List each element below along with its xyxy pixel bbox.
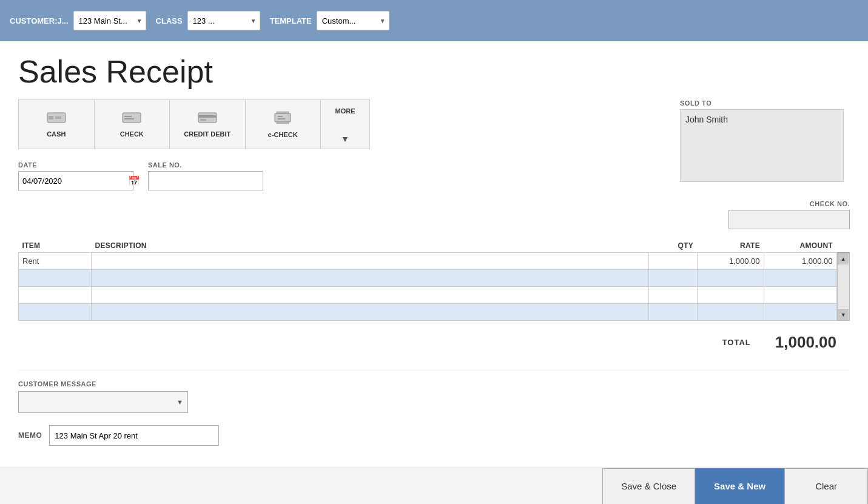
date-input-wrap[interactable]: 📅 [18, 171, 133, 190]
save-close-button[interactable]: Save & Close [602, 468, 695, 505]
form-left: CASH CHECK [18, 99, 662, 200]
save-new-button[interactable]: Save & New [695, 468, 784, 505]
sale-no-label: SALE NO. [148, 161, 263, 169]
divider [18, 370, 850, 371]
svg-rect-8 [200, 119, 206, 121]
cell-description[interactable] [92, 287, 649, 304]
payment-cash[interactable]: CASH [19, 100, 95, 149]
scroll-cell: ▲ ▼ [836, 253, 850, 321]
date-label: DATE [18, 161, 133, 169]
cell-item[interactable] [19, 287, 92, 304]
table-row [19, 304, 850, 321]
col-header-description: DESCRIPTION [92, 239, 649, 253]
clear-button[interactable]: Clear [784, 468, 868, 505]
cell-rate[interactable] [697, 287, 764, 304]
echeck-label: e-CHECK [268, 131, 298, 138]
items-table: ITEM DESCRIPTION QTY RATE AMOUNT Rent1,0… [18, 239, 850, 321]
col-header-item: ITEM [19, 239, 92, 253]
template-label: TEMPLATE [270, 16, 312, 25]
customer-label: CUSTOMER:J... [10, 16, 69, 25]
class-dropdown-wrap[interactable]: 123 ... ▼ [187, 11, 260, 30]
sold-to-label: SOLD TO [680, 99, 850, 107]
page-title: Sales Receipt [18, 53, 850, 90]
template-dropdown-wrap[interactable]: Custom... ▼ [317, 11, 389, 30]
cell-description[interactable] [92, 304, 649, 321]
svg-rect-2 [55, 116, 61, 119]
cell-item[interactable] [19, 304, 92, 321]
col-scroll-header [836, 239, 850, 253]
cell-description[interactable] [92, 270, 649, 287]
sale-no-group: SALE NO. [148, 161, 263, 190]
cell-rate[interactable] [697, 304, 764, 321]
credit-debit-icon [198, 112, 217, 127]
customer-dropdown-wrap[interactable]: 123 Main St... ▼ [73, 11, 146, 30]
date-group: DATE 📅 [18, 161, 133, 190]
cell-amount[interactable] [764, 304, 836, 321]
total-amount: 1,000.00 [775, 333, 836, 352]
top-bar: CUSTOMER:J... 123 Main St... ▼ CLASS 123… [0, 0, 868, 41]
svg-rect-11 [277, 122, 289, 124]
main-content: Sales Receipt CASH [0, 41, 868, 470]
template-group: TEMPLATE Custom... ▼ [270, 11, 389, 30]
payment-more[interactable]: MORE ▼ [321, 100, 369, 149]
svg-rect-7 [198, 115, 217, 118]
check-no-section: CHECK NO. [18, 200, 850, 229]
memo-section: MEMO [18, 425, 850, 446]
customer-select[interactable]: 123 Main St... [73, 11, 146, 30]
class-group: CLASS 123 ... ▼ [156, 11, 260, 30]
table-row [19, 270, 850, 287]
customer-message-label: CUSTOMER MESSAGE [18, 380, 850, 388]
cash-icon [47, 112, 66, 127]
cell-qty[interactable] [648, 304, 697, 321]
sale-no-input[interactable] [148, 171, 263, 190]
scroll-up-arrow[interactable]: ▲ [838, 254, 849, 264]
customer-message-select[interactable] [18, 391, 188, 413]
scroll-down-arrow[interactable]: ▼ [838, 309, 849, 320]
check-icon [122, 112, 141, 127]
cell-amount[interactable]: 1,000.00 [764, 253, 836, 270]
sold-to-box: John Smith [680, 109, 844, 182]
customer-group: CUSTOMER:J... 123 Main St... ▼ [10, 11, 146, 30]
cell-item[interactable]: Rent [19, 253, 92, 270]
class-select[interactable]: 123 ... [187, 11, 260, 30]
payment-methods: CASH CHECK [18, 99, 370, 149]
check-no-input[interactable] [728, 210, 850, 229]
date-section: DATE 📅 SALE NO. [18, 161, 662, 190]
cell-item[interactable] [19, 270, 92, 287]
memo-label: MEMO [18, 431, 42, 440]
total-label: TOTAL [722, 338, 751, 347]
memo-input[interactable] [49, 425, 219, 446]
cell-qty[interactable] [648, 287, 697, 304]
svg-rect-9 [275, 113, 291, 122]
echeck-icon [274, 111, 291, 127]
payment-check[interactable]: CHECK [95, 100, 170, 149]
svg-rect-3 [123, 113, 141, 123]
date-input[interactable] [22, 176, 124, 186]
check-no-label: CHECK NO. [810, 200, 850, 207]
cash-label: CASH [47, 130, 66, 138]
table-row [19, 287, 850, 304]
table-row: Rent1,000.001,000.00 ▲ ▼ [19, 253, 850, 270]
customer-message-dropdown-wrap[interactable]: ▼ [18, 391, 188, 413]
total-section: TOTAL 1,000.00 [18, 333, 850, 352]
more-arrow-icon: ▼ [341, 134, 349, 144]
payment-echeck[interactable]: e-CHECK [246, 100, 321, 149]
credit-debit-label: CREDIT DEBIT [184, 130, 230, 138]
cell-qty[interactable] [648, 253, 697, 270]
check-label: CHECK [120, 130, 144, 138]
cell-rate[interactable]: 1,000.00 [697, 253, 764, 270]
cell-description[interactable] [92, 253, 649, 270]
class-label: CLASS [156, 16, 183, 25]
cell-amount[interactable] [764, 270, 836, 287]
cell-qty[interactable] [648, 270, 697, 287]
col-header-qty: QTY [648, 239, 697, 253]
col-header-rate: RATE [697, 239, 764, 253]
calendar-icon[interactable]: 📅 [128, 175, 140, 187]
cell-amount[interactable] [764, 287, 836, 304]
svg-rect-1 [49, 116, 53, 119]
template-select[interactable]: Custom... [317, 11, 389, 30]
cell-rate[interactable] [697, 270, 764, 287]
form-right: SOLD TO John Smith [680, 99, 850, 182]
svg-rect-10 [277, 112, 289, 113]
payment-credit-debit[interactable]: CREDIT DEBIT [170, 100, 246, 149]
